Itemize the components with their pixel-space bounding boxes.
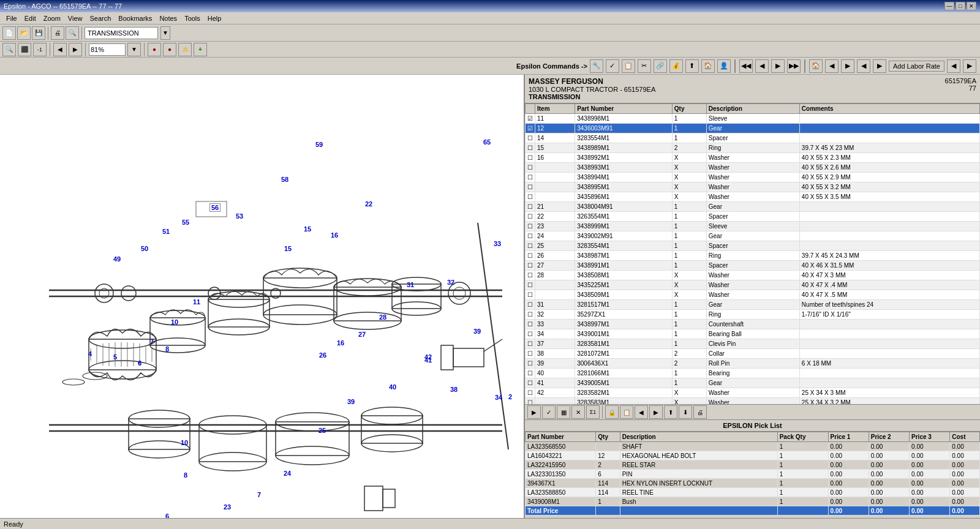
eps-icon10[interactable]: ◀◀: [739, 59, 753, 73]
table-row[interactable]: ☐ 27 3438991M1 1 Spacer 40 X 46 X 31.5 M…: [526, 261, 980, 271]
pt-btn9[interactable]: ▶: [649, 405, 663, 419]
diagram-number-2b[interactable]: 2: [508, 393, 512, 400]
table-row[interactable]: ☐ 23 3438999M1 1 Sleeve: [526, 222, 980, 231]
table-row[interactable]: ☐ 14 3283554M1 1 Spacer: [526, 133, 980, 143]
table-row[interactable]: ☐ 15 3438989M1 2 Ring 39.7 X 45 X 23 MM: [526, 143, 980, 153]
diagram-area[interactable]: 1223456677888101011151516161922232425262…: [0, 75, 525, 518]
table-row[interactable]: ☐ 39 3006436X1 2 Roll Pin 6 X 18 MM: [526, 359, 980, 369]
diagram-number-16b[interactable]: 16: [337, 339, 344, 347]
table-row[interactable]: ☐ 31 3281517M1 1 Gear Number of teeth/sp…: [526, 300, 980, 310]
diagram-number-22[interactable]: 22: [365, 200, 372, 208]
pt-btn8[interactable]: ◀: [635, 405, 648, 419]
diagram-number-28[interactable]: 28: [379, 313, 386, 321]
row-checkbox[interactable]: ☐: [526, 202, 535, 212]
diagram-number-32[interactable]: 32: [447, 279, 454, 286]
pt-btn10[interactable]: ⬆: [664, 405, 677, 419]
diagram-number-27[interactable]: 27: [358, 331, 366, 338]
diagram-number-39b[interactable]: 39: [347, 398, 355, 405]
row-checkbox[interactable]: ☐: [526, 300, 535, 310]
row-checkbox[interactable]: ☐: [526, 261, 535, 271]
eps-icon3[interactable]: 📋: [622, 59, 635, 73]
tb2-search[interactable]: 🔍: [2, 43, 16, 56]
diagram-number-39[interactable]: 39: [473, 328, 481, 335]
menu-item-view[interactable]: View: [64, 13, 86, 23]
print-button[interactable]: 🖨: [51, 26, 64, 40]
eps-icon11[interactable]: ◀: [755, 59, 769, 73]
eps-icon7[interactable]: ⬆: [685, 59, 699, 73]
diagram-number-55[interactable]: 55: [182, 219, 189, 226]
diagram-number-4[interactable]: 4: [88, 350, 92, 358]
table-row[interactable]: ☐ 33 3438997M1 1 Countershaft: [526, 320, 980, 329]
maximize-button[interactable]: □: [956, 2, 965, 10]
table-row[interactable]: ☐ 3438995M1 X Washer 40 X 55 X 3.2 MM: [526, 182, 980, 192]
row-checkbox[interactable]: ☐: [526, 271, 535, 280]
pt-btn6[interactable]: 🔒: [605, 405, 619, 419]
eps-icon13[interactable]: ▶▶: [787, 59, 801, 73]
new-button[interactable]: 📄: [2, 26, 16, 40]
diagram-number-50[interactable]: 50: [141, 245, 148, 252]
row-checkbox[interactable]: ☐: [526, 143, 535, 153]
close-button[interactable]: ✕: [967, 2, 976, 10]
row-checkbox[interactable]: ☐: [526, 192, 535, 202]
parts-table-container[interactable]: Item Part Number Qty Description Comment…: [525, 103, 980, 404]
table-row[interactable]: ☐ 38 3281072M1 2 Collar: [526, 349, 980, 359]
diagram-number-6[interactable]: 6: [138, 359, 141, 367]
row-checkbox[interactable]: ☐: [526, 241, 535, 251]
diagram-number-53[interactable]: 53: [236, 212, 243, 220]
list-item[interactable]: 3439008M1 1 Bush 1 0.00 0.00 0.00 0.00: [526, 497, 980, 506]
list-item[interactable]: Total Price 0.00 0.00 0.00 0.00: [526, 506, 980, 516]
row-checkbox[interactable]: ☐: [526, 310, 535, 320]
zoom-dropdown[interactable]: 81%: [89, 43, 126, 56]
row-checkbox[interactable]: ☐: [526, 320, 535, 329]
table-row[interactable]: ☐ 3438993M1 X Washer 40 X 55 X 2.6 MM: [526, 163, 980, 173]
eps-icon17[interactable]: ◀: [857, 59, 870, 73]
zoom-arrow[interactable]: ▼: [127, 43, 141, 56]
list-item[interactable]: LA323568550 SHAFT 1 0.00 0.00 0.00 0.00: [526, 442, 980, 451]
table-row[interactable]: ☐ 42 3283582M1 X Washer 25 X 34 X 3 MM: [526, 388, 980, 398]
row-checkbox[interactable]: ☐: [526, 339, 535, 349]
diagram-number-6b[interactable]: 6: [165, 512, 169, 518]
table-row[interactable]: ☑ 11 3438998M1 1 Sleeve: [526, 114, 980, 124]
pt-x-btn[interactable]: ✕: [571, 405, 585, 419]
menu-item-edit[interactable]: Edit: [21, 13, 40, 23]
add-labor-rate-button[interactable]: Add Labor Rate: [889, 61, 944, 72]
row-checkbox[interactable]: ☐: [526, 280, 535, 290]
diagram-number-7[interactable]: 7: [150, 338, 154, 345]
tb2-btn3[interactable]: -1: [33, 43, 47, 56]
diagram-number-42[interactable]: 42: [424, 353, 432, 361]
table-row[interactable]: ☐ 37 3283581M1 1 Clevis Pin: [526, 339, 980, 349]
diagram-number-59[interactable]: 59: [315, 141, 323, 148]
row-checkbox[interactable]: ☐: [526, 290, 535, 300]
diagram-number-65[interactable]: 65: [483, 138, 491, 146]
pt-btn12[interactable]: 🖨: [693, 405, 707, 419]
row-checkbox[interactable]: ☐: [526, 349, 535, 359]
diagram-number-24[interactable]: 24: [284, 470, 291, 477]
eps-icon6[interactable]: 💰: [669, 59, 683, 73]
row-checkbox[interactable]: ☐: [526, 133, 535, 143]
diagram-number-8b[interactable]: 8: [184, 471, 187, 479]
diagram-number-34[interactable]: 34: [495, 394, 502, 401]
row-checkbox[interactable]: ☐: [526, 251, 535, 261]
pick-list-scroll[interactable]: Part Number Qty Description Pack Qty Pri…: [525, 432, 980, 516]
pt-num-btn[interactable]: Σ1: [586, 405, 600, 419]
diagram-number-15[interactable]: 15: [304, 225, 311, 233]
preview-button[interactable]: 🔍: [66, 26, 79, 40]
table-row[interactable]: ☐ 16 3438992M1 X Washer 40 X 55 X 2.3 MM: [526, 153, 980, 163]
row-checkbox[interactable]: ☐: [526, 173, 535, 182]
table-row[interactable]: ☐ 24 3439002M91 1 Gear: [526, 231, 980, 241]
row-checkbox[interactable]: ☐: [526, 163, 535, 173]
diagram-number-8[interactable]: 8: [165, 345, 169, 353]
menu-item-file[interactable]: File: [2, 13, 21, 23]
diagram-number-25[interactable]: 25: [318, 427, 326, 434]
row-checkbox[interactable]: ☐: [526, 329, 535, 339]
dropdown-arrow[interactable]: ▼: [160, 26, 170, 40]
table-row[interactable]: ☐ 22 3263554M1 1 Spacer: [526, 212, 980, 222]
table-row[interactable]: ☐ 40 3281066M1 1 Bearing: [526, 369, 980, 378]
row-checkbox[interactable]: ☐: [526, 378, 535, 388]
diagram-number-26[interactable]: 26: [319, 351, 326, 359]
diagram-number-38[interactable]: 38: [450, 386, 458, 393]
eps-icon4[interactable]: ✂: [638, 59, 651, 73]
tb2-btn5[interactable]: ▶: [69, 43, 82, 56]
menu-item-bookmarks[interactable]: Bookmarks: [115, 13, 156, 23]
diagram-number-49[interactable]: 49: [113, 255, 121, 263]
